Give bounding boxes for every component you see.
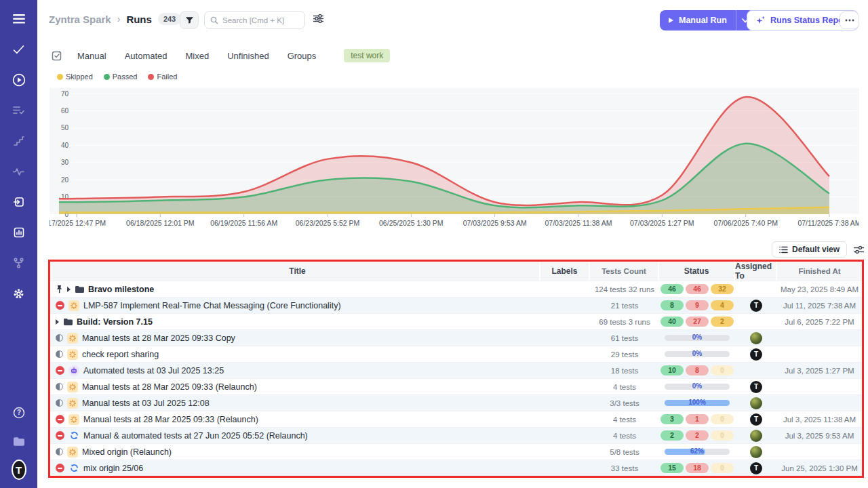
run-title[interactable]: Automated tests at 03 Jul 2025 13:25 [83, 366, 224, 375]
table-row[interactable]: Manual tests at 28 Mar 2025 09:33 (Relau… [50, 411, 862, 427]
expand-caret-icon[interactable] [56, 319, 59, 325]
table-row[interactable]: Build: Version 7.1569 tests 3 runs40272J… [50, 313, 862, 329]
table-row[interactable]: Manual tests at 28 Mar 2025 09:33 (Relau… [50, 378, 862, 394]
run-title[interactable]: Manual & automated tests at 27 Jun 2025 … [83, 431, 308, 441]
assignee-avatar[interactable]: T [750, 462, 762, 474]
help-icon[interactable]: ? [12, 405, 26, 420]
chart-box-icon[interactable] [12, 225, 26, 240]
tab-unfinished[interactable]: Unfinished [227, 51, 269, 61]
pin-icon[interactable] [56, 285, 63, 293]
finished-at-cell [777, 379, 862, 394]
view-bar: Default view [48, 241, 864, 258]
tab-groups[interactable]: Groups [288, 51, 317, 61]
tests-count-cell: 5/8 tests [590, 444, 659, 460]
avatar[interactable]: T [12, 462, 26, 477]
assignee-avatar[interactable] [750, 332, 762, 344]
labels-cell [540, 298, 590, 313]
run-board-icon[interactable] [52, 50, 62, 61]
tab-mixed[interactable]: Mixed [186, 51, 210, 61]
table-settings-icon[interactable] [854, 245, 864, 254]
assignee-avatar[interactable]: T [750, 300, 762, 312]
search-input[interactable] [222, 16, 297, 24]
assignee-avatar[interactable]: T [750, 381, 762, 393]
view-settings-icon[interactable] [313, 14, 323, 26]
filter-tag[interactable]: test work [344, 49, 390, 62]
run-title[interactable]: Manual tests at 03 Jul 2025 12:08 [82, 399, 210, 408]
column-header-labels[interactable]: Labels [540, 262, 590, 281]
run-title[interactable]: Build: Version 7.15 [77, 317, 153, 327]
status-cell: 15180 [659, 460, 735, 476]
column-header-title[interactable]: Title [50, 262, 540, 281]
labels-cell [540, 460, 590, 476]
tab-automated[interactable]: Automated [125, 51, 167, 61]
list-check-icon[interactable] [12, 103, 26, 118]
run-title[interactable]: Bravo milestone [88, 285, 154, 294]
assignee-avatar[interactable]: T [750, 348, 762, 361]
column-header-tests-count[interactable]: Tests Count [590, 262, 659, 281]
more-options-button[interactable] [840, 12, 859, 29]
folder-icon[interactable] [12, 434, 26, 449]
column-header-status[interactable]: Status [659, 262, 735, 281]
table-row[interactable]: mix origin 25/0633 tests15180TJun 25, 20… [50, 460, 862, 476]
run-title[interactable]: Manual tests at 28 Mar 2025 09:33 Copy [82, 333, 235, 343]
mixed-run-type-icon [68, 463, 79, 474]
run-title[interactable]: Manual tests at 28 Mar 2025 09:33 (Relau… [83, 415, 258, 424]
assigned-to-cell: T [735, 411, 777, 427]
tests-count-cell: 4 tests [590, 379, 659, 394]
table-row[interactable]: Bravo milestone124 tests 32 runs464632Ma… [50, 281, 862, 297]
status-cell: 220 [659, 428, 735, 443]
svg-text:06/25/2025 1:30 PM: 06/25/2025 1:30 PM [379, 219, 443, 227]
filter-button[interactable] [180, 11, 199, 29]
column-header-assigned-to[interactable]: Assigned To [735, 262, 777, 281]
table-row[interactable]: Manual & automated tests at 27 Jun 2025 … [50, 427, 862, 443]
assignee-avatar[interactable] [750, 446, 762, 458]
pulse-icon[interactable] [12, 164, 26, 179]
svg-text:70: 70 [61, 90, 69, 98]
menu-icon[interactable] [12, 12, 26, 26]
table-row[interactable]: check report sharing29 tests0%T [50, 346, 862, 362]
run-title[interactable]: LMP-587 Implement Real-Time Chat Messagi… [83, 301, 341, 310]
table-row[interactable]: Automated tests at 03 Jul 2025 13:2518 t… [50, 362, 862, 378]
table-row[interactable]: Mixed origin (Relaunch)5/8 tests62% [50, 443, 862, 460]
sparkles-icon [755, 16, 766, 25]
tab-manual[interactable]: Manual [77, 51, 106, 61]
run-title[interactable]: mix origin 25/06 [83, 464, 143, 473]
run-title[interactable]: check report sharing [82, 350, 159, 359]
failed-count-pill: 27 [686, 317, 709, 327]
check-icon[interactable] [12, 42, 26, 57]
play-circle-icon[interactable] [12, 73, 26, 87]
manual-run-button[interactable]: Manual Run [660, 10, 736, 30]
tests-count-cell: 4 tests [590, 428, 659, 443]
expand-caret-icon[interactable] [67, 287, 71, 292]
svg-text:07/06/2025 7:40 PM: 07/06/2025 7:40 PM [713, 219, 778, 227]
finished-at-cell: Jul 6, 2025 7:22 PM [777, 314, 862, 329]
sign-in-icon[interactable] [12, 195, 26, 209]
git-fork-icon[interactable] [12, 256, 26, 270]
runs-tabs: ManualAutomatedMixedUnfinishedGroups tes… [52, 48, 390, 63]
run-title[interactable]: Manual tests at 28 Mar 2025 09:33 (Relau… [82, 382, 257, 392]
manual-run-type-icon [67, 447, 78, 458]
default-view-button[interactable]: Default view [772, 241, 847, 258]
assignee-avatar[interactable] [750, 397, 762, 409]
labels-cell [540, 346, 590, 362]
failed-count-pill: 9 [686, 300, 709, 310]
assignee-avatar[interactable] [750, 430, 762, 442]
assignee-avatar[interactable]: T [750, 413, 762, 426]
table-row[interactable]: Manual tests at 03 Jul 2025 12:083/3 tes… [50, 394, 862, 411]
legend-dot-icon [57, 74, 63, 80]
passed-count-pill: 46 [660, 284, 684, 294]
gear-icon[interactable] [12, 286, 26, 301]
status-cell: 62% [659, 444, 735, 460]
tests-count-cell: 21 tests [590, 298, 659, 313]
run-title[interactable]: Mixed origin (Relaunch) [82, 447, 172, 457]
svg-text:07/03/2025 1:27 PM: 07/03/2025 1:27 PM [630, 219, 694, 227]
table-header: TitleLabelsTests CountStatusAssigned ToF… [50, 262, 862, 281]
steps-icon[interactable] [12, 134, 26, 148]
column-header-finished-at[interactable]: Finished At [777, 262, 862, 281]
table-row[interactable]: Manual tests at 28 Mar 2025 09:33 Copy61… [50, 329, 862, 346]
list-view-icon [779, 246, 788, 253]
assigned-to-cell [735, 363, 777, 378]
table-row[interactable]: LMP-587 Implement Real-Time Chat Messagi… [50, 297, 862, 313]
breadcrumb-project[interactable]: Zyntra Spark [49, 14, 111, 25]
search-box[interactable] [204, 11, 305, 29]
